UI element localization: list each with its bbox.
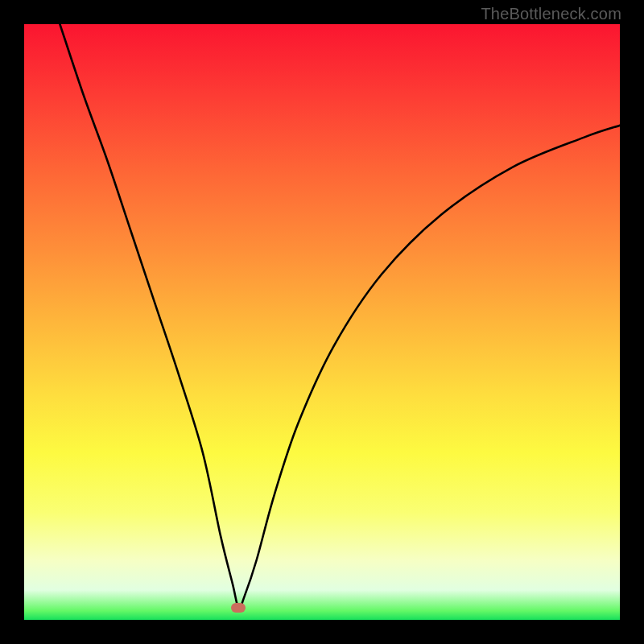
- bottleneck-curve: [24, 24, 620, 620]
- watermark-text: TheBottleneck.com: [481, 5, 621, 23]
- optimal-marker: [231, 603, 246, 613]
- chart-plot-area: [24, 24, 620, 620]
